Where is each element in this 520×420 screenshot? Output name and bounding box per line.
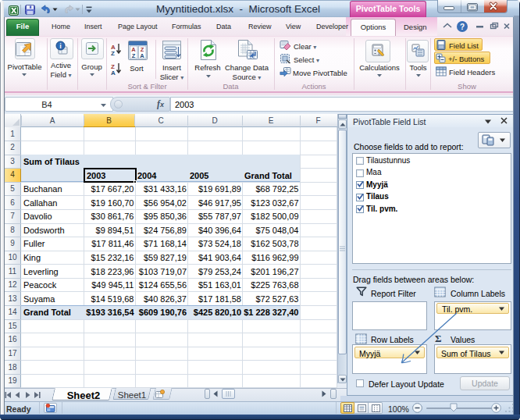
svg-text:A: A — [140, 52, 144, 59]
svg-text:A: A — [111, 69, 116, 75]
svg-text:?: ? — [460, 23, 465, 31]
svg-text:i: i — [59, 42, 62, 50]
svg-text:Z: Z — [111, 50, 115, 55]
svg-text:Z: Z — [132, 52, 136, 59]
